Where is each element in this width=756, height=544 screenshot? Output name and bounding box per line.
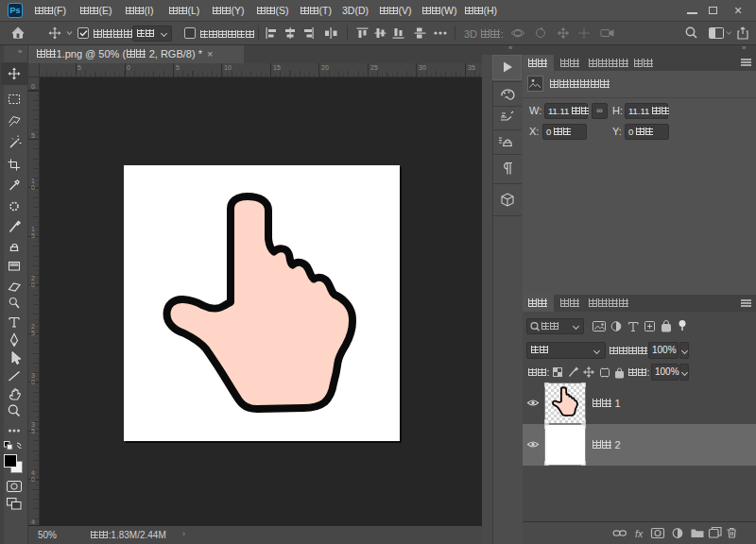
svg-text:fx: fx [635, 528, 644, 539]
